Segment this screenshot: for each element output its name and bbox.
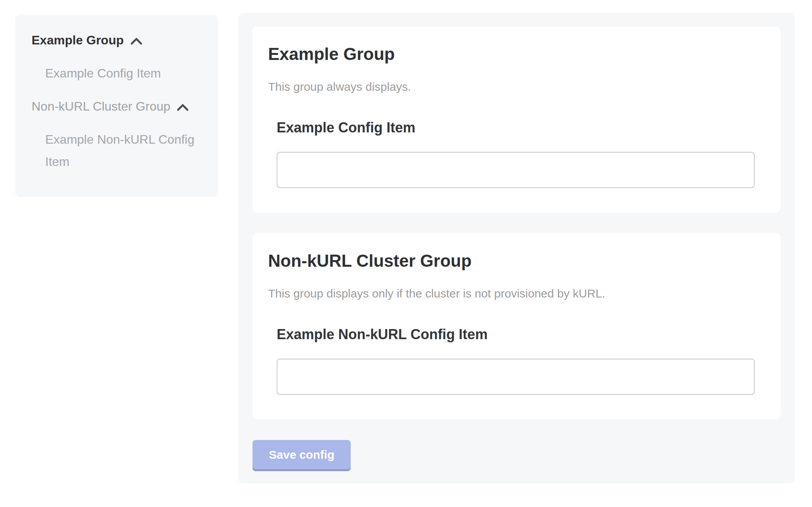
sidebar-group-label: Example Group — [32, 29, 124, 51]
config-item-label: Example Config Item — [277, 120, 755, 136]
chevron-up-icon[interactable] — [130, 37, 143, 45]
sidebar-group-non-kurl-cluster-group[interactable]: Non-kURL Cluster Group — [32, 95, 203, 118]
group-description: This group always displays. — [268, 80, 755, 94]
sidebar-group-label: Non-kURL Cluster Group — [32, 95, 170, 118]
group-title: Non-kURL Cluster Group — [268, 252, 755, 270]
config-item: Example Non-kURL Config Item — [277, 326, 755, 395]
chevron-up-icon[interactable] — [177, 104, 189, 111]
config-sidebar: Example Group Example Config Item Non-kU… — [15, 15, 218, 197]
config-item: Example Config Item — [277, 120, 755, 188]
config-group-card-example-group: Example Group This group always displays… — [252, 26, 780, 213]
save-config-button[interactable]: Save config — [252, 440, 351, 469]
config-group-card-non-kurl-cluster-group: Non-kURL Cluster Group This group displa… — [252, 233, 780, 419]
example-config-item-input[interactable] — [277, 152, 755, 188]
config-main-panel: Example Group This group always displays… — [238, 13, 795, 484]
sidebar-group-example-group[interactable]: Example Group — [32, 29, 203, 51]
example-non-kurl-config-item-input[interactable] — [277, 359, 755, 395]
config-item-label: Example Non-kURL Config Item — [277, 326, 755, 343]
group-description: This group displays only if the cluster … — [268, 287, 755, 301]
group-title: Example Group — [268, 45, 755, 63]
sidebar-item-example-non-kurl-config-item[interactable]: Example Non-kURL Config Item — [45, 129, 201, 173]
sidebar-item-example-config-item[interactable]: Example Config Item — [45, 62, 201, 84]
